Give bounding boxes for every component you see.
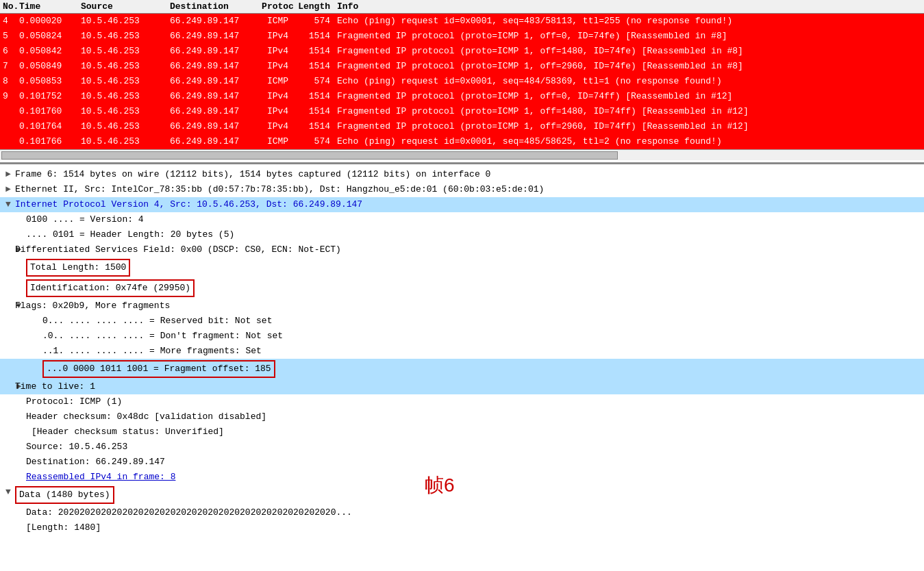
packet-dst: 66.249.89.147 xyxy=(170,14,259,28)
more-frag-text: ..1. .... .... .... = More fragments: Se… xyxy=(42,344,262,358)
packet-src: 10.5.46.253 xyxy=(81,120,170,134)
packet-row[interactable]: 6 0.050842 10.5.46.253 66.249.89.147 IPv… xyxy=(0,44,924,59)
dsf-text: Differentiated Services Field: 0x00 (DSC… xyxy=(15,243,341,257)
packet-info: Echo (ping) request id=0x0001, seq=484/5… xyxy=(334,75,924,88)
packet-dst: 66.249.89.147 xyxy=(170,135,259,149)
packet-proto: IPv4 xyxy=(259,120,297,134)
annotation-text: 帧6 xyxy=(425,472,455,498)
expand-ttl-icon[interactable]: ► xyxy=(5,380,15,394)
packet-proto: ICMP xyxy=(259,75,297,88)
expand-dsf-icon[interactable]: ► xyxy=(5,243,15,257)
frag-offset-boxed: ...0 0000 1011 1001 = Fragment offset: 1… xyxy=(42,360,275,378)
expand-ip-icon[interactable]: ▼ xyxy=(5,198,15,212)
packet-row[interactable]: 5 0.050824 10.5.46.253 66.249.89.147 IPv… xyxy=(0,29,924,44)
protocol-detail-line: Protocol: ICMP (1) xyxy=(0,394,924,409)
packet-row[interactable]: 0.101766 10.5.46.253 66.249.89.147 ICMP … xyxy=(0,134,924,149)
packet-len: 1514 xyxy=(297,120,334,134)
packet-time: 0.050824 xyxy=(19,29,81,43)
expand-morefrag-icon xyxy=(5,344,15,358)
expand-hdrstatus-icon xyxy=(5,425,15,439)
h-scroll-thumb[interactable] xyxy=(1,151,618,160)
packet-row[interactable]: 9 0.101752 10.5.46.253 66.249.89.147 IPv… xyxy=(0,89,924,104)
packet-list-area[interactable]: No. Time Source Destination Protoc Lengt… xyxy=(0,0,924,164)
expand-fragoff-icon xyxy=(5,359,15,373)
packet-time: 0.050849 xyxy=(19,60,81,73)
hdr-checksum-status-text: [Header checksum status: Unverified] xyxy=(32,425,224,439)
packet-info: Fragmented IP protocol (proto=ICMP 1, of… xyxy=(334,45,924,58)
packet-time: 0.101760 xyxy=(19,105,81,118)
packet-row[interactable]: 8 0.050853 10.5.46.253 66.249.89.147 ICM… xyxy=(0,74,924,89)
col-header-source: Source xyxy=(81,1,170,12)
flags-detail-line[interactable]: ▼ Flags: 0x20b9, More fragments xyxy=(0,299,924,314)
dsf-detail-line[interactable]: ► Differentiated Services Field: 0x00 (D… xyxy=(0,242,924,257)
packet-dst: 66.249.89.147 xyxy=(170,90,259,103)
packet-info: Fragmented IP protocol (proto=ICMP 1, of… xyxy=(334,90,924,103)
expand-ethernet-icon[interactable]: ► xyxy=(5,183,15,196)
packet-info: Echo (ping) request id=0x0001, seq=485/5… xyxy=(334,135,924,149)
packet-src: 10.5.46.253 xyxy=(81,29,170,43)
col-header-destination: Destination xyxy=(170,1,259,12)
frame-detail-line[interactable]: ► Frame 6: 1514 bytes on wire (12112 bit… xyxy=(0,167,924,182)
reserved-text: 0... .... .... .... = Reserved bit: Not … xyxy=(42,314,272,328)
packet-no: 6 xyxy=(0,45,19,58)
destination-text: Destination: 66.249.89.147 xyxy=(26,455,165,469)
packet-len: 1514 xyxy=(297,105,334,118)
expand-data-icon[interactable]: ▼ xyxy=(5,485,15,499)
header-len-detail-line: .... 0101 = Header Length: 20 bytes (5) xyxy=(0,227,924,242)
expand-datahex-icon xyxy=(5,506,15,520)
reassembled-text[interactable]: Reassembled IPv4 in frame: 8 xyxy=(26,470,175,484)
ethernet-detail-line[interactable]: ► Ethernet II, Src: IntelCor_78:35:bb (d… xyxy=(0,182,924,197)
frag-offset-text: ...0 0000 1011 1001 = Fragment offset: 1… xyxy=(47,364,271,374)
hdr-checksum-detail-line: Header checksum: 0x48dc [validation disa… xyxy=(0,409,924,424)
packet-proto: IPv4 xyxy=(259,90,297,103)
packet-src: 10.5.46.253 xyxy=(81,60,170,73)
col-header-length: Length xyxy=(297,1,334,12)
packet-row[interactable]: 0.101764 10.5.46.253 66.249.89.147 IPv4 … xyxy=(0,119,924,134)
packet-len: 1514 xyxy=(297,90,334,103)
packet-dst: 66.249.89.147 xyxy=(170,120,259,134)
packet-src: 10.5.46.253 xyxy=(81,45,170,58)
expand-id-icon xyxy=(5,279,15,292)
id-detail-line: Identification: 0x74fe (29950) xyxy=(0,278,924,299)
packet-info: Echo (ping) request id=0x0001, seq=483/5… xyxy=(334,14,924,28)
packet-no: 4 xyxy=(0,14,19,28)
packet-src: 10.5.46.253 xyxy=(81,75,170,88)
packet-proto: ICMP xyxy=(259,135,297,149)
packet-time: 0.101766 xyxy=(19,135,81,149)
packet-detail-area[interactable]: ► Frame 6: 1514 bytes on wire (12112 bit… xyxy=(0,164,924,548)
packet-row[interactable]: 7 0.050849 10.5.46.253 66.249.89.147 IPv… xyxy=(0,59,924,74)
expand-frame-icon[interactable]: ► xyxy=(5,168,15,181)
destination-detail-line: Destination: 66.249.89.147 xyxy=(0,455,924,470)
packet-no: 9 xyxy=(0,90,19,103)
packet-dst: 66.249.89.147 xyxy=(170,105,259,118)
id-text: Identification: 0x74fe (29950) xyxy=(30,283,190,293)
expand-totlen-icon xyxy=(5,258,15,272)
expand-datalen-icon xyxy=(5,521,15,535)
dont-frag-text: .0.. .... .... .... = Don't fragment: No… xyxy=(42,329,283,343)
packet-src: 10.5.46.253 xyxy=(81,105,170,118)
packet-info: Fragmented IP protocol (proto=ICMP 1, of… xyxy=(334,29,924,43)
ip-text: Internet Protocol Version 4, Src: 10.5.4… xyxy=(15,198,362,212)
packet-list-header: No. Time Source Destination Protoc Lengt… xyxy=(0,0,924,14)
horizontal-scrollbar[interactable] xyxy=(0,149,924,160)
frag-offset-line: ...0 0000 1011 1001 = Fragment offset: 1… xyxy=(0,359,924,379)
expand-flags-icon[interactable]: ▼ xyxy=(5,299,15,313)
expand-version-icon xyxy=(5,213,15,227)
expand-hlen-icon xyxy=(5,228,15,242)
ttl-detail-line[interactable]: ► Time to live: 1 xyxy=(0,379,924,394)
hdr-checksum-text: Header checksum: 0x48dc [validation disa… xyxy=(26,410,266,424)
id-boxed: Identification: 0x74fe (29950) xyxy=(26,279,195,297)
packet-row[interactable]: 4 0.000020 10.5.46.253 66.249.89.147 ICM… xyxy=(0,14,924,29)
reassembled-detail-line[interactable]: Reassembled IPv4 in frame: 8 xyxy=(0,470,924,485)
data-detail-line[interactable]: ▼ Data (1480 bytes) xyxy=(0,485,924,505)
packet-src: 10.5.46.253 xyxy=(81,90,170,103)
data-len-detail-line: [Length: 1480] xyxy=(0,520,924,535)
packet-proto: IPv4 xyxy=(259,29,297,43)
dont-frag-line: .0.. .... .... .... = Don't fragment: No… xyxy=(0,329,924,344)
packet-row[interactable]: 0.101760 10.5.46.253 66.249.89.147 IPv4 … xyxy=(0,104,924,119)
version-text: 0100 .... = Version: 4 xyxy=(26,213,144,227)
packet-no: 5 xyxy=(0,29,19,43)
ip-detail-line[interactable]: ▼ Internet Protocol Version 4, Src: 10.5… xyxy=(0,197,924,212)
expand-reassembled-icon xyxy=(5,470,15,484)
packet-info: Fragmented IP protocol (proto=ICMP 1, of… xyxy=(334,60,924,73)
